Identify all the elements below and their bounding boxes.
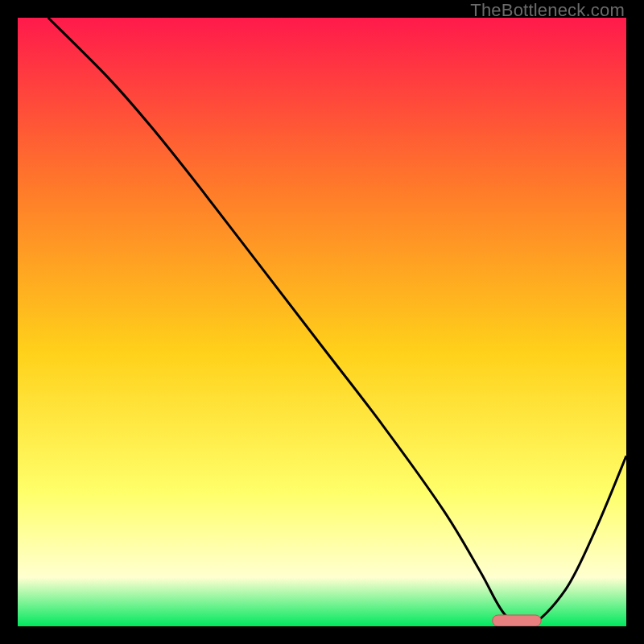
chart-frame — [18, 18, 626, 626]
gradient-background — [18, 18, 626, 626]
optimal-marker — [493, 615, 541, 626]
bottleneck-chart — [18, 18, 626, 626]
